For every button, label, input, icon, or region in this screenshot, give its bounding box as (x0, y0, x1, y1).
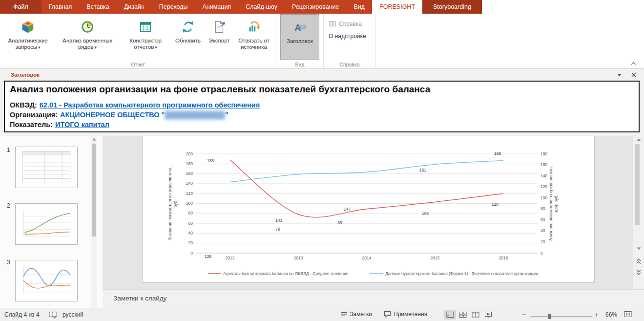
title-toggle-button[interactable]: A Заголовок (280, 14, 319, 60)
analytical-queries-button[interactable]: Аналитические запросы▾ (1, 14, 55, 61)
slide-3-thumbnail[interactable] (15, 260, 78, 301)
view-switcher (444, 310, 494, 320)
powerpoint-window: Файл Главная Вставка Дизайн Переходы Ани… (0, 0, 644, 321)
slide-3-number: 3 (7, 259, 10, 266)
thumbnails-scroll-up-button[interactable] (92, 138, 96, 141)
indicator-link[interactable]: ИТОГО капитал (55, 121, 109, 128)
zoom-slider-thumb[interactable] (548, 314, 551, 319)
tab-view[interactable]: Вид (346, 0, 372, 14)
comments-toggle-button[interactable]: Примечания (384, 311, 427, 318)
zoom-out-button[interactable]: − (521, 310, 526, 319)
slide-counter: Слайд 4 из 4 (4, 311, 40, 318)
slide-2-thumbnail[interactable] (15, 203, 78, 245)
svg-text:100: 100 (540, 195, 547, 200)
svg-text:0: 0 (190, 251, 193, 256)
svg-text:120: 120 (186, 191, 193, 196)
zoom-level[interactable]: 66% (605, 311, 617, 318)
slideshow-icon (484, 311, 492, 318)
reading-view-button[interactable] (470, 310, 481, 320)
help-button[interactable]: Справка (329, 20, 362, 28)
tab-slideshow[interactable]: Слайд-шоу (238, 0, 285, 14)
svg-text:40: 40 (540, 228, 545, 233)
scroll-up-button[interactable] (636, 138, 641, 141)
ribbon-tab-bar: Файл Главная Вставка Дизайн Переходы Ани… (0, 0, 644, 14)
thumbnails-scrollbar[interactable] (91, 136, 97, 308)
close-icon (631, 72, 636, 77)
status-bar: Слайд 4 из 4 русский Заметки Примечания (0, 308, 644, 321)
organization-link[interactable]: АКЦИОНЕРНОЕ ОБЩЕСТВО "████████████" (60, 111, 228, 119)
report-builder-button[interactable]: Конструктор отчетов▾ (120, 14, 171, 61)
slide-3-preview (16, 260, 77, 301)
previous-slide-button[interactable] (633, 257, 644, 266)
svg-text:80: 80 (540, 206, 545, 211)
chevron-up-icon (631, 62, 636, 65)
fit-to-window-button[interactable] (624, 311, 632, 318)
pane-options-button[interactable] (617, 74, 622, 77)
main-scrollbar-thumb[interactable] (635, 144, 640, 225)
okved-row: ОКВЭД:62.01 - Разработка компьютерного п… (10, 100, 634, 110)
report-heading: Анализ положения организации на фоне отр… (10, 84, 634, 95)
tab-review[interactable]: Рецензирование (285, 0, 347, 14)
unlink-icon (246, 19, 262, 35)
time-series-button[interactable]: Анализ временных рядов▾ (55, 14, 120, 61)
svg-text:188: 188 (207, 158, 214, 163)
next-slide-button[interactable] (633, 267, 644, 277)
ribbon-group-label-help: Справка (324, 62, 375, 67)
tab-storyboarding[interactable]: Storyboarding (422, 0, 482, 14)
okved-link[interactable]: 62.01 - Разработка компьютерного програм… (40, 101, 260, 109)
tab-insert[interactable]: Вставка (79, 0, 116, 14)
slide-1-thumbnail[interactable] (15, 147, 78, 188)
tab-animation[interactable]: Анимация (195, 0, 238, 14)
scroll-down-button[interactable] (636, 247, 641, 250)
zoom-in-button[interactable]: + (595, 311, 599, 319)
tab-strip: Файл Главная Вставка Дизайн Переходы Ани… (0, 0, 482, 14)
zoom-slider[interactable] (530, 316, 592, 317)
tab-foresight[interactable]: FORESIGHT (372, 0, 422, 14)
tab-home[interactable]: Главная (42, 0, 80, 14)
svg-text:Агрегаты бухгалтерского баланс: Агрегаты бухгалтерского баланса по ОКВЭД… (223, 271, 349, 276)
unlink-from-source-button[interactable]: Отвязать от источника (233, 14, 274, 61)
organization-row: Организация:АКЦИОНЕРНОЕ ОБЩЕСТВО "██████… (10, 110, 634, 120)
svg-text:млн. руб.: млн. руб. (554, 194, 559, 212)
tab-design[interactable]: Дизайн (117, 0, 152, 14)
svg-text:20: 20 (540, 239, 545, 244)
current-slide[interactable]: 0204060801001201401601802000204060801001… (143, 136, 595, 283)
slide-1-number: 1 (7, 147, 10, 153)
thumbnails-scrollbar-thumb[interactable] (92, 144, 96, 236)
spellcheck-icon[interactable] (49, 311, 57, 319)
double-chevron-up-icon (636, 258, 641, 264)
about-addin-button[interactable]: О надстройке (329, 33, 366, 40)
slide-chart[interactable]: 0204060801001201401601802000204060801001… (143, 136, 595, 283)
svg-text:2015: 2015 (431, 256, 440, 260)
indicator-row: Показатель:ИТОГО капитал (10, 120, 634, 129)
notes-toggle-button[interactable]: Заметки (340, 311, 372, 318)
svg-text:180: 180 (540, 151, 547, 156)
normal-view-button[interactable] (444, 310, 456, 320)
svg-text:180: 180 (186, 161, 193, 166)
title-pane: Заголовок Анализ положения организации н… (0, 69, 644, 136)
title-icon: A (292, 20, 308, 35)
comments-icon (384, 311, 391, 318)
slideshow-view-button[interactable] (482, 310, 494, 320)
indicator-label: Показатель: (10, 121, 53, 128)
notes-pane[interactable]: Заметки к слайду (103, 289, 644, 308)
svg-text:89: 89 (337, 220, 342, 225)
svg-text:200: 200 (186, 151, 193, 156)
ribbon-group-report: Аналитические запросы▾ Анализ временных … (0, 14, 276, 68)
fit-to-window-icon (624, 311, 632, 318)
help-book-icon (329, 20, 336, 28)
refresh-button[interactable]: Обновить (171, 14, 205, 61)
normal-view-icon (446, 311, 454, 318)
tab-transitions[interactable]: Переходы (152, 0, 195, 14)
svg-text:80: 80 (188, 211, 193, 215)
svg-text:147: 147 (344, 207, 351, 212)
pane-close-button[interactable] (631, 72, 636, 77)
collapse-ribbon-button[interactable] (629, 60, 638, 66)
dropdown-icon: ▾ (38, 45, 41, 50)
language-indicator[interactable]: русский (62, 311, 83, 318)
slide-sorter-view-button[interactable] (457, 310, 469, 320)
ribbon-group-help: Справка О надстройке Справка (324, 14, 376, 68)
tab-file[interactable]: Файл (0, 0, 42, 14)
export-button[interactable]: Экспорт (205, 14, 233, 61)
svg-text:160: 160 (186, 171, 193, 176)
